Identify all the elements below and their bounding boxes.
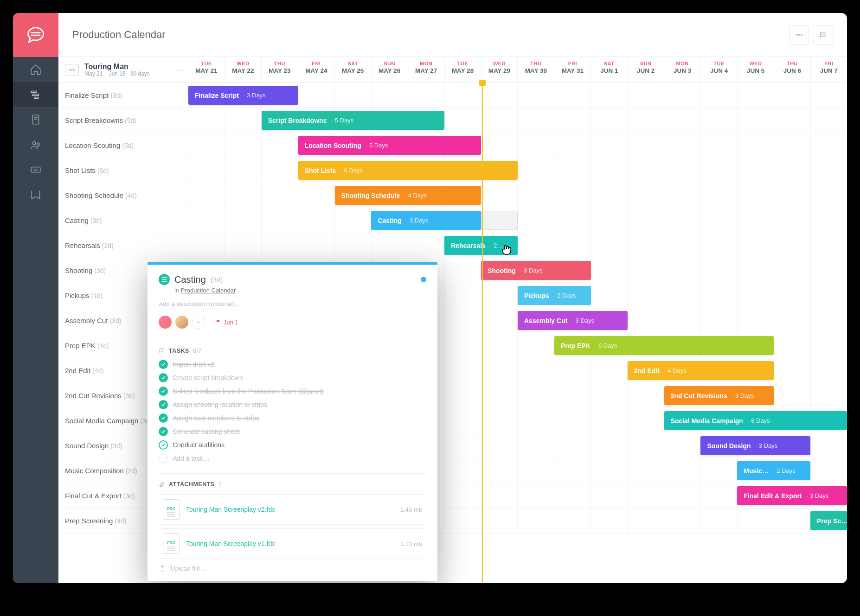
task-list: Import draft v2Create script breakdownCo… <box>159 360 426 463</box>
app-frame: VIP Production Calendar MAY Touring Man … <box>13 13 847 583</box>
checkbox-icon[interactable] <box>159 360 168 369</box>
timeline: Casting3 Days <box>188 208 847 233</box>
row-label[interactable]: Location Scouting (5d) <box>58 133 188 158</box>
popup-description-input[interactable]: Add a description (optional)… <box>159 300 426 307</box>
nav-gantt[interactable] <box>13 82 58 107</box>
row-label[interactable]: Rehearsals (2d) <box>58 233 188 258</box>
project-more-icon[interactable]: ··· <box>176 69 183 71</box>
subtask[interactable]: Create script breakdown <box>159 373 426 382</box>
nav-library[interactable] <box>13 182 58 207</box>
row-label[interactable]: Finalize Script (3d) <box>58 83 188 108</box>
subtask[interactable]: Conduct auditions <box>159 440 426 450</box>
project-header-cell: MAY Touring Man May 21 – Jun 18 · 30 day… <box>58 57 188 83</box>
svg-point-5 <box>37 143 39 145</box>
add-assignee-button[interactable]: + <box>192 316 205 329</box>
attachment-item[interactable]: FDXTouring Man Screenplay v1.fdx1.13 mb <box>159 528 426 559</box>
attachment-name[interactable]: Touring Man Screenplay v1.fdx <box>186 540 394 547</box>
row-label[interactable]: Script Breakdowns (5d) <box>58 108 188 133</box>
assignee-avatar-1[interactable] <box>159 316 172 329</box>
nav-team[interactable] <box>13 132 58 157</box>
svg-point-12 <box>820 34 821 36</box>
nav-home[interactable] <box>13 57 58 82</box>
date-column: SUNMAY 26 <box>372 57 408 83</box>
attachments-list: FDXTouring Man Screenplay v2.fdx1.43 mbF… <box>159 494 426 559</box>
date-column: THUMAY 30 <box>518 57 554 83</box>
svg-rect-0 <box>31 91 36 92</box>
timeline: Script Breakdowns5 Days <box>188 108 847 133</box>
attachment-size: 1.43 mb <box>400 506 422 513</box>
date-column: WEDJUN 5 <box>738 57 774 83</box>
attachment-item[interactable]: FDXTouring Man Screenplay v2.fdx1.43 mb <box>159 494 426 525</box>
gantt-bar[interactable]: Social Media Campaign8 Days <box>664 411 847 430</box>
task-detail-popup: ☰ Casting (3d) in Production Calendar Ad… <box>148 262 437 581</box>
gantt-row: Script Breakdowns (5d)Script Breakdowns5… <box>58 108 847 133</box>
gantt-bar[interactable]: Prep Sc… <box>810 511 847 530</box>
row-label[interactable]: Casting (3d) <box>58 208 188 233</box>
assignee-avatar-2[interactable] <box>175 316 188 329</box>
upload-file-button[interactable]: Upload file… <box>159 565 426 572</box>
gantt-bar[interactable]: Script Breakdowns5 Days <box>262 111 444 130</box>
more-button[interactable] <box>789 25 809 44</box>
subtask[interactable]: Generate casting sheet <box>159 427 426 436</box>
file-icon: FDX <box>163 499 180 520</box>
checkbox-icon[interactable] <box>159 427 168 436</box>
gantt-bar[interactable]: Music…2 Days <box>737 461 810 480</box>
row-label[interactable]: Shooting Schedule (4d) <box>58 183 188 208</box>
date-column: TUEMAY 28 <box>445 57 481 83</box>
checkbox-icon[interactable] <box>159 413 168 423</box>
nav-vip[interactable]: VIP <box>13 157 58 182</box>
gantt-bar[interactable]: Pickups2 Days <box>518 286 591 305</box>
subtask[interactable]: Assign cast members to strips <box>159 413 426 423</box>
gantt-bar[interactable]: 2nd Edit4 Days <box>628 361 774 380</box>
checkbox-icon[interactable] <box>159 373 168 382</box>
date-column: SUNJUN 2 <box>628 57 664 83</box>
gantt-bar[interactable]: Sound Design3 Days <box>700 436 810 455</box>
gantt-row: Casting (3d)Casting3 Days <box>58 208 847 233</box>
gantt-bar[interactable]: Casting3 Days <box>371 211 481 230</box>
gantt-bar[interactable]: Assembly Cut3 Days <box>518 311 628 330</box>
gantt-bar[interactable]: Finalize Script3 Days <box>188 86 298 105</box>
today-marker[interactable] <box>479 80 486 86</box>
svg-rect-14 <box>160 349 164 353</box>
gantt-bar[interactable]: Location Scouting5 Days <box>298 136 481 155</box>
checkbox-icon[interactable] <box>159 387 168 396</box>
date-column: FRIMAY 24 <box>298 57 335 83</box>
popup-parent-link[interactable]: Production Calendar <box>181 287 236 294</box>
svg-point-4 <box>33 142 36 145</box>
subtask[interactable]: Import draft v2 <box>159 360 426 369</box>
svg-text:VIP: VIP <box>33 168 38 171</box>
timeline: Shooting Schedule4 Days <box>188 183 847 208</box>
gantt-row: Shot Lists (6d)Shot Lists6 Days <box>58 158 847 183</box>
attachment-name[interactable]: Touring Man Screenplay v2.fdx <box>186 506 394 513</box>
gantt-bar[interactable]: Shooting3 Days <box>481 261 591 280</box>
list-view-button[interactable] <box>814 25 833 44</box>
gantt-row: Location Scouting (5d)Location Scouting5… <box>58 133 847 158</box>
gantt-bar[interactable]: Shot Lists6 Days <box>298 161 518 180</box>
add-task-input[interactable]: Add a task… <box>159 454 426 463</box>
svg-point-13 <box>820 36 821 38</box>
timeline: Finalize Script3 Days <box>188 83 847 108</box>
logo[interactable] <box>13 13 58 57</box>
checkbox-icon[interactable] <box>159 440 168 450</box>
gantt-row: Rehearsals (2d)Rehearsals2… <box>58 233 847 258</box>
gantt-header: MAY Touring Man May 21 – Jun 18 · 30 day… <box>58 57 847 83</box>
nav-document[interactable] <box>13 107 58 132</box>
subtask[interactable]: Assign shooting location to strips <box>159 400 426 409</box>
gantt-bar[interactable]: Final Edit & Export3 Days <box>737 486 847 505</box>
checkbox-icon[interactable] <box>159 400 168 409</box>
date-column: WEDMAY 29 <box>481 57 518 83</box>
gantt-bar[interactable]: Prep EPK6 Days <box>554 336 774 355</box>
gantt-bar[interactable]: 2nd Cut Revisions3 Days <box>664 386 774 405</box>
header: Production Calendar <box>58 13 847 57</box>
gantt-row: Finalize Script (3d)Finalize Script3 Day… <box>58 83 847 108</box>
date-column: TUEMAY 21 <box>188 57 225 83</box>
row-label[interactable]: Shot Lists (6d) <box>58 158 188 183</box>
date-column: FRIMAY 31 <box>554 57 591 83</box>
attachments-section-header: ATTACHMENTS 2 <box>159 473 426 488</box>
drag-cursor-icon <box>499 243 513 257</box>
due-date-badge[interactable]: Jun 1 <box>215 319 238 326</box>
gantt-bar[interactable]: Shooting Schedule4 Days <box>335 186 481 205</box>
popup-status-dot[interactable] <box>421 277 426 282</box>
svg-point-11 <box>820 32 821 34</box>
subtask[interactable]: Collect feedback from the Production Tea… <box>159 387 426 396</box>
